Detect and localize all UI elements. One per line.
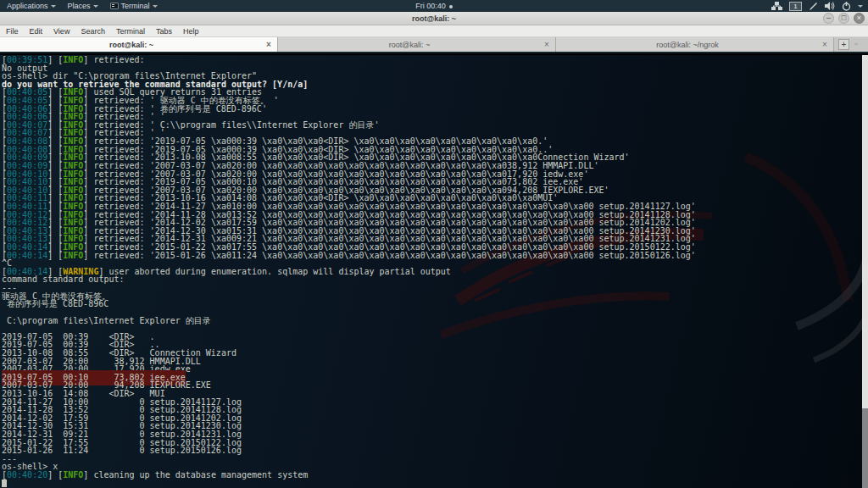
minimize-button[interactable]: –: [823, 13, 834, 24]
applications-menu-label: Applications: [7, 2, 48, 10]
chevron-down-icon[interactable]: [858, 5, 863, 8]
terminal-line: C:\program files\Internet Explorer 的目录: [2, 317, 861, 325]
workspace-indicator[interactable]: 1: [789, 2, 802, 11]
terminal-line: 驱动器 C 中的卷没有标签。: [2, 292, 861, 301]
window-title: root@kali: ~: [412, 14, 456, 23]
menu-view[interactable]: View: [53, 27, 70, 36]
terminal-output: [00:39:51] [INFO] retrieved:No outputos-…: [2, 56, 861, 487]
tab-title: root@kali: ~: [0, 41, 263, 49]
terminal-line: [00:40:20] [INFO] cleaning up the databa…: [2, 471, 861, 480]
terminal-line: [2, 480, 861, 488]
title-bar[interactable]: root@kali: ~ – □ ×: [0, 12, 868, 25]
tab-title: root@kali: ~: [278, 41, 541, 49]
menu-help[interactable]: Help: [183, 27, 199, 36]
scrollbar[interactable]: [862, 55, 868, 488]
places-menu-label: Places: [68, 2, 91, 10]
scrollbar-thumb[interactable]: [862, 408, 868, 488]
terminal-line: 卷的序列号是 C8ED-896C: [2, 300, 861, 308]
clock-label: Fri 00:40: [415, 2, 446, 10]
terminal-cursor: [2, 480, 7, 487]
new-tab-button[interactable]: +: [838, 39, 849, 50]
chevron-down-icon: [51, 5, 56, 8]
menu-edit[interactable]: Edit: [30, 27, 43, 36]
terminal-line: 2015-01-26 11:24 0 setup.20150126.log: [2, 446, 861, 455]
menu-search[interactable]: Search: [81, 27, 105, 36]
terminal-line: ---: [2, 455, 861, 463]
volume-icon[interactable]: [825, 2, 835, 10]
places-menu[interactable]: Places: [68, 2, 98, 10]
chevron-down-icon[interactable]: [854, 43, 859, 46]
terminal-line: [00:40:14] [WARNING] user aborted during…: [2, 268, 861, 276]
terminal-line: command standard output:: [2, 275, 861, 284]
clock[interactable]: Fri 00:40: [415, 2, 453, 10]
pen-icon[interactable]: [809, 2, 818, 11]
maximize-button[interactable]: □: [838, 13, 849, 24]
menu-bar: FileEditViewSearchTerminalTabsHelp: [0, 25, 868, 37]
menu-tabs[interactable]: Tabs: [156, 27, 172, 36]
desktop: { "top_bar": { "applications": "Applicat…: [0, 0, 868, 488]
notification-dot-icon: [449, 5, 453, 8]
terminal-tab-2[interactable]: root@kali: ~×: [278, 37, 556, 52]
top-bar: Applications Places Terminal Fri 00:40 1: [0, 0, 868, 12]
menu-terminal[interactable]: Terminal: [116, 27, 145, 36]
tab-close-icon[interactable]: ×: [819, 40, 831, 49]
terminal-icon: [110, 3, 119, 9]
menu-file[interactable]: File: [6, 27, 19, 36]
close-button[interactable]: ×: [854, 13, 865, 24]
network-icon[interactable]: [771, 2, 782, 10]
chevron-down-icon: [153, 5, 158, 8]
tab-bar: root@kali: ~×root@kali: ~×root@kali: ~/n…: [0, 37, 868, 53]
applications-menu[interactable]: Applications: [7, 2, 56, 10]
terminal-app-menu-label: Terminal: [121, 2, 150, 10]
power-icon[interactable]: [842, 2, 851, 11]
tab-close-icon[interactable]: ×: [541, 40, 553, 49]
terminal-line: [00:40:14] [INFO] retrieved: '2015-01-26…: [2, 252, 861, 260]
tab-title: root@kali: ~/ngrok: [556, 41, 819, 49]
terminal-line: [00:39:51] [INFO] retrieved:: [2, 56, 861, 64]
terminal-tab-1[interactable]: root@kali: ~×: [0, 37, 278, 52]
tab-close-icon[interactable]: ×: [263, 40, 275, 49]
chevron-down-icon: [93, 5, 98, 8]
terminal-app-menu[interactable]: Terminal: [110, 2, 158, 10]
terminal-line: ---: [2, 284, 861, 292]
terminal-viewport[interactable]: [00:39:51] [INFO] retrieved:No outputos-…: [0, 55, 868, 488]
terminal-tab-3[interactable]: root@kali: ~/ngrok×: [556, 37, 834, 52]
